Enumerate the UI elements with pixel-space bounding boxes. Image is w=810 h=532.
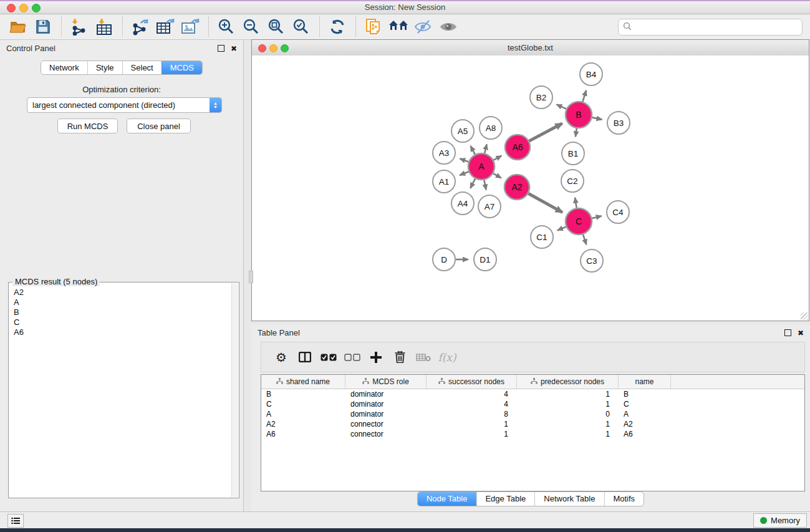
graph-edge[interactable] — [493, 173, 501, 178]
close-panel-icon[interactable]: ✖ — [231, 45, 237, 52]
column-header[interactable]: name — [619, 375, 671, 389]
network-canvas[interactable]: B4B2BB3A5A8A6A3B1AA1C2A2A4A7C4CC1C3DD1 — [252, 56, 809, 321]
graph-edge[interactable] — [493, 156, 501, 160]
mcds-result-item[interactable]: A2 — [10, 288, 231, 297]
float-table-panel-icon[interactable] — [784, 329, 791, 336]
import-network-icon[interactable] — [69, 17, 90, 37]
tab-select[interactable]: Select — [122, 61, 162, 74]
tab-motifs[interactable]: Motifs — [604, 492, 644, 506]
table-cell[interactable]: 4 — [427, 389, 517, 399]
graph-edge[interactable] — [471, 146, 475, 155]
graph-edge[interactable] — [470, 179, 475, 188]
table-cell[interactable]: C — [261, 399, 345, 409]
tab-mcds[interactable]: MCDS — [162, 61, 202, 74]
table-settings-gear-icon[interactable]: ⚙ — [270, 347, 292, 368]
graph-edge[interactable] — [592, 117, 602, 119]
add-column-icon[interactable] — [365, 347, 387, 368]
table-row[interactable]: A2connector11A2 — [261, 419, 804, 429]
export-image-icon[interactable] — [180, 17, 201, 37]
deselect-all-icon[interactable] — [341, 347, 364, 368]
table-cell[interactable]: B — [619, 389, 671, 399]
table-cell[interactable]: 1 — [427, 419, 517, 429]
graph-edge[interactable] — [460, 158, 468, 162]
zoom-out-icon[interactable] — [241, 17, 262, 37]
table-cell[interactable]: 1 — [517, 429, 619, 439]
tab-style[interactable]: Style — [87, 61, 122, 74]
zoom-in-icon[interactable] — [216, 17, 237, 37]
tab-node-table[interactable]: Node Table — [418, 492, 476, 506]
network-window-titlebar[interactable]: testGlobe.txt — [252, 40, 809, 56]
zoom-selected-icon[interactable] — [291, 17, 312, 37]
table-cell[interactable]: dominator — [345, 409, 427, 419]
table-cell[interactable]: 1 — [517, 399, 619, 409]
graph-edge[interactable] — [575, 198, 577, 208]
tab-edge-table[interactable]: Edge Table — [476, 492, 534, 506]
table-cell[interactable]: A6 — [261, 429, 345, 439]
table-cell[interactable]: connector — [345, 429, 427, 439]
run-mcds-button[interactable]: Run MCDS — [57, 118, 118, 133]
table-row[interactable]: Bdominator41B — [261, 389, 804, 399]
table-row[interactable]: A6connector11A6 — [261, 429, 804, 439]
memory-button[interactable]: Memory — [753, 513, 807, 528]
table-cell[interactable]: A2 — [261, 419, 345, 429]
table-cell[interactable]: B — [261, 389, 345, 399]
graph-edge[interactable] — [484, 180, 486, 190]
table-cell[interactable]: A — [261, 409, 345, 419]
mcds-result-item[interactable]: B — [10, 307, 231, 317]
table-cell[interactable]: A — [619, 409, 671, 419]
close-panel-button[interactable]: Close panel — [127, 118, 191, 133]
zoom-fit-icon[interactable] — [266, 17, 287, 37]
table-cell[interactable]: 1 — [517, 389, 619, 399]
new-network-from-selection-icon[interactable] — [363, 17, 384, 37]
column-header[interactable]: predecessor nodes — [517, 375, 619, 389]
refresh-icon[interactable] — [327, 17, 348, 37]
column-view-icon[interactable] — [294, 347, 316, 368]
criterion-dropdown[interactable]: largest connected component (directed) ▲… — [27, 97, 222, 113]
mcds-result-scrollbar[interactable] — [231, 283, 238, 497]
mcds-result-item[interactable]: C — [10, 317, 231, 327]
export-network-icon[interactable] — [130, 17, 151, 37]
graph-edge[interactable] — [556, 104, 566, 109]
graph-edge[interactable] — [529, 123, 562, 141]
tab-network-table[interactable]: Network Table — [534, 492, 604, 506]
search-field[interactable] — [618, 19, 803, 36]
table-row[interactable]: Adominator80A — [261, 409, 804, 419]
table-cell[interactable]: dominator — [345, 389, 427, 399]
table-cell[interactable]: A2 — [619, 419, 671, 429]
splitter-handle[interactable] — [249, 271, 253, 283]
toggle-graphics-details-icon[interactable] — [413, 17, 434, 37]
table-cell[interactable]: C — [619, 399, 671, 409]
save-session-icon[interactable] — [32, 17, 54, 37]
table-cell[interactable]: 1 — [517, 419, 619, 429]
graph-edge[interactable] — [582, 90, 586, 102]
close-table-panel-icon[interactable]: ✖ — [798, 329, 804, 337]
table-cell[interactable]: 1 — [427, 429, 517, 439]
graph-edge[interactable] — [460, 172, 469, 175]
search-input[interactable] — [632, 22, 802, 32]
column-header[interactable]: successor nodes — [427, 375, 517, 389]
home-icon[interactable] — [388, 17, 409, 37]
import-table-icon[interactable] — [94, 17, 115, 37]
graph-edge[interactable] — [528, 193, 562, 212]
resize-grip[interactable] — [801, 312, 808, 320]
float-panel-icon[interactable] — [218, 45, 224, 52]
graph-edge[interactable] — [592, 216, 601, 218]
node-table[interactable]: shared nameMCDS rolesuccessor nodesprede… — [261, 374, 805, 491]
column-header[interactable]: shared name — [261, 375, 345, 389]
export-table-icon[interactable] — [155, 17, 176, 37]
graph-edge[interactable] — [583, 235, 587, 245]
table-cell[interactable]: 0 — [517, 409, 619, 419]
table-cell[interactable]: 8 — [427, 409, 517, 419]
graph-edge[interactable] — [557, 227, 566, 231]
delete-column-trash-icon[interactable] — [388, 347, 411, 368]
table-cell[interactable]: A6 — [619, 429, 671, 439]
column-header[interactable]: MCDS role — [345, 375, 427, 389]
graph-edge[interactable] — [576, 128, 577, 137]
mcds-result-item[interactable]: A — [10, 297, 231, 307]
tab-network[interactable]: Network — [41, 61, 87, 74]
select-all-icon[interactable] — [317, 347, 340, 368]
mcds-result-item[interactable]: A6 — [10, 327, 231, 337]
table-row[interactable]: Cdominator41C — [261, 399, 804, 409]
task-history-button[interactable] — [7, 514, 24, 528]
mcds-result-list[interactable]: A2ABCA6 — [10, 288, 231, 496]
